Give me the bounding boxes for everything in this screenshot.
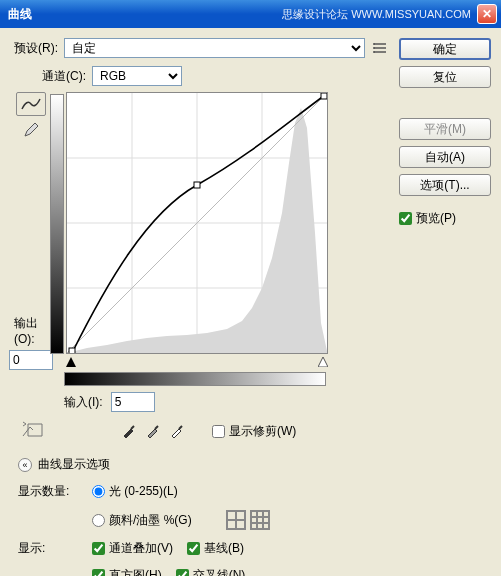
curve-point[interactable]: [69, 348, 75, 353]
pencil-tool-icon[interactable]: [23, 122, 39, 141]
ok-button[interactable]: 确定: [399, 38, 491, 60]
histogram-checkbox[interactable]: 直方图(H): [92, 567, 162, 576]
reset-button[interactable]: 复位: [399, 66, 491, 88]
black-eyedropper-icon[interactable]: [118, 420, 140, 442]
grid-9-icon[interactable]: [250, 510, 270, 530]
show-clipping-label: 显示修剪(W): [229, 423, 296, 440]
options-header-label: 曲线显示选项: [38, 456, 110, 473]
preset-menu-icon[interactable]: [371, 39, 389, 57]
close-icon[interactable]: ✕: [477, 4, 497, 24]
display-amount-label: 显示数量:: [18, 483, 78, 500]
light-radio[interactable]: 光 (0-255)(L): [92, 483, 178, 500]
smooth-button[interactable]: 平滑(M): [399, 118, 491, 140]
pigment-radio[interactable]: 颜料/油墨 %(G): [92, 512, 192, 529]
horizontal-gradient: [64, 372, 326, 386]
black-slider-icon[interactable]: [66, 356, 76, 370]
watermark-text: 思缘设计论坛 WWW.MISSYUAN.COM: [282, 7, 471, 22]
svg-point-0: [373, 43, 375, 45]
window-title: 曲线: [4, 6, 282, 23]
grid-4-icon[interactable]: [226, 510, 246, 530]
svg-point-1: [373, 47, 375, 49]
on-image-tool-icon[interactable]: [20, 421, 46, 442]
preset-select[interactable]: 自定: [64, 38, 365, 58]
white-eyedropper-icon[interactable]: [166, 420, 188, 442]
output-label: 输出(O):: [14, 315, 48, 346]
auto-button[interactable]: 自动(A): [399, 146, 491, 168]
svg-marker-10: [318, 357, 328, 367]
channel-label: 通道(C):: [42, 68, 86, 85]
preview-label: 预览(P): [416, 210, 456, 227]
curves-graph[interactable]: [66, 92, 328, 354]
show-clipping-checkbox[interactable]: 显示修剪(W): [212, 423, 296, 440]
channel-overlay-checkbox[interactable]: 通道叠加(V): [92, 540, 173, 557]
preset-label: 预设(R):: [14, 40, 58, 57]
svg-marker-9: [66, 357, 76, 367]
options-button[interactable]: 选项(T)...: [399, 174, 491, 196]
gray-eyedropper-icon[interactable]: [142, 420, 164, 442]
display-label: 显示:: [18, 540, 78, 557]
svg-point-2: [373, 51, 375, 53]
curve-tool-icon[interactable]: [16, 92, 46, 116]
curve-point[interactable]: [321, 93, 327, 99]
preview-checkbox[interactable]: 预览(P): [399, 210, 491, 227]
hand-tool-icon[interactable]: [79, 392, 107, 412]
curve-point[interactable]: [194, 182, 200, 188]
vertical-gradient: [50, 94, 64, 354]
input-field[interactable]: [111, 392, 155, 412]
channel-select[interactable]: RGB: [92, 66, 182, 86]
intersection-checkbox[interactable]: 交叉线(N): [176, 567, 246, 576]
titlebar: 曲线 思缘设计论坛 WWW.MISSYUAN.COM ✕: [0, 0, 501, 28]
output-field[interactable]: [9, 350, 53, 370]
collapse-toggle-icon[interactable]: «: [18, 458, 32, 472]
baseline-checkbox[interactable]: 基线(B): [187, 540, 244, 557]
white-slider-icon[interactable]: [318, 356, 328, 370]
